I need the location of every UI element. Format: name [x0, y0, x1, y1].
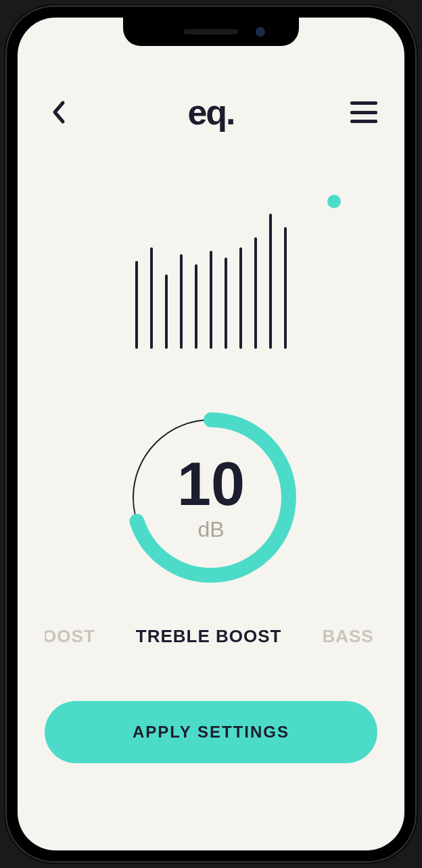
eq-bar	[269, 214, 272, 349]
phone-screen: eq. 10 dB	[18, 18, 404, 850]
phone-frame: eq. 10 dB	[5, 5, 417, 863]
front-camera	[256, 27, 265, 37]
header: eq.	[45, 92, 377, 132]
eq-bar	[165, 274, 168, 349]
gain-dial[interactable]: 10 dB	[123, 410, 299, 585]
eq-bar	[180, 254, 183, 349]
hamburger-icon	[350, 101, 377, 105]
back-button[interactable]	[45, 99, 72, 126]
preset-prev[interactable]: BOOST	[45, 626, 95, 647]
chevron-left-icon	[51, 100, 66, 124]
dial-readout: 10 dB	[177, 454, 245, 542]
speaker-grille	[184, 29, 238, 34]
eq-bar	[284, 227, 287, 349]
preset-carousel[interactable]: BOOST TREBLE BOOST BASS B	[45, 626, 377, 647]
eq-bar	[225, 258, 227, 349]
equalizer-visualizer[interactable]	[45, 200, 377, 349]
eq-bar	[254, 237, 257, 349]
notch	[123, 18, 299, 46]
menu-button[interactable]	[350, 101, 377, 123]
app-logo: eq.	[187, 92, 234, 132]
eq-bar	[135, 261, 138, 349]
eq-bar	[150, 247, 153, 349]
preset-active[interactable]: TREBLE BOOST	[136, 626, 282, 647]
preset-next[interactable]: BASS B	[322, 626, 377, 647]
apply-button[interactable]: APPLY SETTINGS	[45, 701, 377, 763]
dial-value: 10	[177, 454, 245, 514]
eq-bar	[210, 251, 212, 349]
eq-bar	[239, 247, 242, 349]
eq-highlight-dot	[327, 195, 341, 208]
eq-bar	[195, 264, 197, 349]
dial-unit: dB	[177, 517, 245, 542]
